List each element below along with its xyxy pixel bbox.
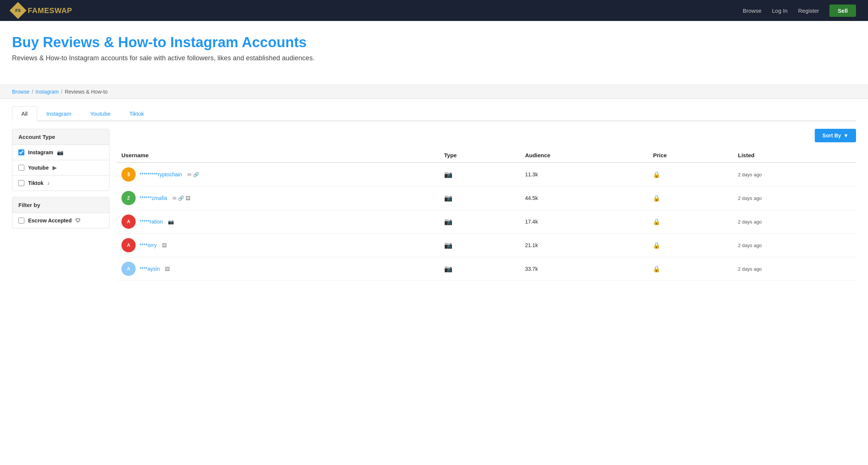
price-cell[interactable]: 🔒 [648, 186, 733, 210]
username-action-icons: 🖼 [162, 243, 167, 248]
price-cell[interactable]: 🔒 [648, 210, 733, 234]
tab-instagram[interactable]: Instagram [37, 106, 81, 121]
page-subtitle: Reviews & How-to Instagram accounts for … [12, 54, 856, 62]
account-type-header: Account Type [12, 129, 109, 145]
youtube-icon: ▶ [52, 165, 57, 171]
main-content: Buy Reviews & How-to Instagram Accounts … [0, 21, 868, 85]
instagram-icon: 📷 [57, 149, 63, 155]
breadcrumb-sep-1: / [32, 89, 33, 95]
sort-bar: Sort By ▼ [117, 129, 856, 142]
listed-cell: 2 days ago [733, 257, 856, 281]
listing-area: Sort By ▼ Username Type Audience Price L… [117, 129, 856, 281]
escrow-checkbox[interactable] [18, 218, 24, 224]
col-audience: Audience [521, 148, 649, 162]
col-type: Type [440, 148, 521, 162]
tabs: All Instagram Youtube Tiktok [12, 106, 856, 121]
page-title: Buy Reviews & How-to Instagram Accounts [12, 34, 856, 51]
username-link[interactable]: *****ration [139, 219, 163, 225]
filter-section: Filter by Escrow Accepted 🛡 [12, 197, 109, 228]
tab-all[interactable]: All [12, 106, 37, 121]
table-row[interactable]: A*****ration📷📷17.4k🔒2 days ago [117, 210, 856, 234]
escrow-icon: 🛡 [75, 218, 81, 224]
avatar: Z [121, 191, 136, 205]
sort-by-button[interactable]: Sort By ▼ [815, 129, 856, 142]
type-cell: 📷 [440, 210, 521, 234]
table-row[interactable]: A****aysin🖼📷33.7k🔒2 days ago [117, 257, 856, 281]
sidebar-escrow: Escrow Accepted 🛡 [12, 213, 109, 228]
username-action-icons: ✉🔗 [187, 172, 199, 177]
listed-cell: 2 days ago [733, 186, 856, 210]
table-row[interactable]: ₿*********ryptochain✉🔗📷11.3k🔒2 days ago [117, 162, 856, 186]
username-link[interactable]: *********ryptochain [139, 171, 182, 177]
table-header-row: Username Type Audience Price Listed [117, 148, 856, 162]
username-cell: A****aysin🖼 [117, 257, 440, 281]
logo-letters: FS [15, 8, 21, 13]
listed-cell: 2 days ago [733, 162, 856, 186]
username-action-icons: ✉🔗🖼 [172, 195, 190, 201]
type-cell: 📷 [440, 162, 521, 186]
nav-login[interactable]: Log In [772, 7, 788, 14]
table-row[interactable]: A****orry🖼📷21.1k🔒2 days ago [117, 234, 856, 257]
username-cell: ₿*********ryptochain✉🔗 [117, 162, 440, 186]
sell-button[interactable]: Sell [829, 4, 856, 17]
breadcrumb-browse[interactable]: Browse [12, 89, 30, 95]
youtube-label: Youtube [28, 165, 49, 171]
account-type-section: Account Type Instagram 📷 Youtube ▶ Tikto… [12, 129, 109, 191]
sidebar-instagram: Instagram 📷 [12, 145, 109, 160]
breadcrumb-current: Reviews & How-to [65, 89, 108, 95]
audience-cell: 21.1k [521, 234, 649, 257]
logo[interactable]: FS FAMESWAP [12, 4, 72, 16]
navbar: FS FAMESWAP Browse Log In Register Sell [0, 0, 868, 21]
listed-cell: 2 days ago [733, 210, 856, 234]
breadcrumb-sep-2: / [61, 89, 63, 95]
username-action-icons: 📷 [168, 219, 174, 225]
col-price: Price [648, 148, 733, 162]
col-listed: Listed [733, 148, 856, 162]
username-link[interactable]: ****orry [139, 242, 157, 248]
navbar-links: Browse Log In Register Sell [743, 4, 856, 17]
avatar: ₿ [121, 167, 136, 182]
nav-browse[interactable]: Browse [743, 7, 762, 14]
avatar: A [121, 262, 136, 276]
listed-cell: 2 days ago [733, 234, 856, 257]
price-cell[interactable]: 🔒 [648, 234, 733, 257]
content-area: Account Type Instagram 📷 Youtube ▶ Tikto… [0, 121, 868, 293]
sort-chevron-icon: ▼ [843, 133, 849, 139]
audience-cell: 11.3k [521, 162, 649, 186]
username-link[interactable]: ****aysin [139, 266, 160, 272]
instagram-checkbox[interactable] [18, 149, 24, 155]
breadcrumb-instagram[interactable]: Instagram [36, 89, 59, 95]
tab-tiktok[interactable]: Tiktok [120, 106, 153, 121]
price-cell[interactable]: 🔒 [648, 162, 733, 186]
sidebar-tiktok: Tiktok ♪ [12, 176, 109, 191]
username-cell: Z******zmafia✉🔗🖼 [117, 186, 440, 210]
tiktok-checkbox[interactable] [18, 180, 24, 186]
type-cell: 📷 [440, 186, 521, 210]
table-row[interactable]: Z******zmafia✉🔗🖼📷44.5k🔒2 days ago [117, 186, 856, 210]
tab-youtube[interactable]: Youtube [81, 106, 120, 121]
avatar: A [121, 238, 136, 252]
username-cell: A****orry🖼 [117, 234, 440, 257]
youtube-checkbox[interactable] [18, 165, 24, 171]
escrow-label: Escrow Accepted [28, 218, 72, 224]
username-cell: A*****ration📷 [117, 210, 440, 234]
logo-diamond: FS [9, 2, 26, 19]
sort-by-label: Sort By [822, 133, 841, 139]
brand-name: FAMESWAP [28, 6, 72, 15]
price-cell[interactable]: 🔒 [648, 257, 733, 281]
audience-cell: 44.5k [521, 186, 649, 210]
instagram-label: Instagram [28, 149, 53, 155]
sidebar-youtube: Youtube ▶ [12, 160, 109, 176]
type-cell: 📷 [440, 234, 521, 257]
avatar: A [121, 215, 136, 229]
sidebar: Account Type Instagram 📷 Youtube ▶ Tikto… [12, 129, 109, 281]
listings-table: Username Type Audience Price Listed ₿***… [117, 148, 856, 281]
tiktok-label: Tiktok [28, 180, 43, 186]
type-cell: 📷 [440, 257, 521, 281]
audience-cell: 17.4k [521, 210, 649, 234]
nav-register[interactable]: Register [798, 7, 819, 14]
username-link[interactable]: ******zmafia [139, 195, 167, 201]
username-action-icons: 🖼 [165, 266, 170, 272]
tiktok-icon: ♪ [47, 180, 50, 186]
breadcrumb: Browse / Instagram / Reviews & How-to [0, 85, 868, 99]
